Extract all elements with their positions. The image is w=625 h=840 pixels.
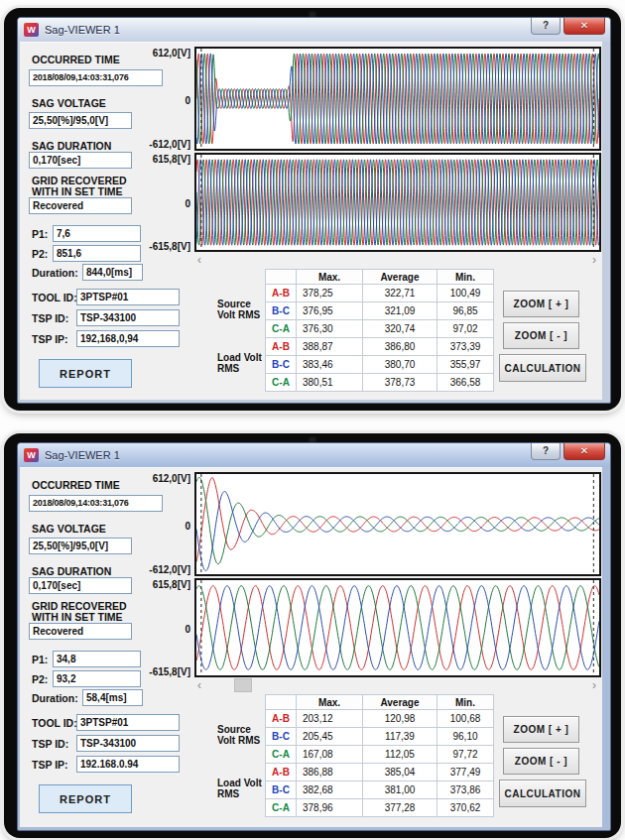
load-waveform-chart[interactable] (194, 578, 601, 677)
device-frame: W Sag-VIEWER 1 ? ✕ OCCURRED TIME 2018/08… (4, 433, 621, 838)
scroll-left-icon[interactable]: ‹ (197, 679, 201, 691)
occurred-time-label: OCCURRED TIME (32, 479, 120, 491)
sag-voltage-field[interactable]: 25,50[%]/95,0[V] (29, 112, 132, 129)
app-window: W Sag-VIEWER 1 ? ✕ OCCURRED TIME 2018/08… (17, 442, 611, 831)
source-axis-zero: 0 (133, 95, 190, 106)
sag-voltage-label: SAG VOLTAGE (32, 523, 106, 535)
table-row: C-A378,96377,28370,62 (266, 799, 494, 817)
p1-label: P1: (32, 228, 48, 240)
grid-recovered-field[interactable]: Recovered (29, 623, 132, 640)
sag-duration-label: SAG DURATION (32, 565, 111, 577)
col-max: Max. (297, 270, 363, 285)
tsp-ip-field[interactable]: 192,168,0,94 (76, 330, 180, 347)
tool-id-field[interactable]: 3PTSP#01 (76, 714, 180, 731)
p2-field[interactable]: 851,6 (53, 245, 141, 262)
source-group-label: Source Volt RMS (217, 724, 265, 746)
sag-voltage-field[interactable]: 25,50[%]/95,0[V] (29, 538, 132, 554)
device-frame: W Sag-VIEWER 1 ? ✕ OCCURRED TIME 2018/08… (4, 8, 621, 411)
table-header-row: Max. Average Min. (266, 270, 494, 285)
tool-id-label: TOOL ID: (32, 292, 77, 303)
report-button[interactable]: REPORT (39, 359, 132, 388)
tsp-ip-field[interactable]: 192.168.0.94 (76, 756, 180, 773)
table-row: B-C382,68381,00373,86 (266, 781, 494, 799)
zoom-out-button[interactable]: ZOOM [ - ] (503, 322, 579, 349)
calculation-button[interactable]: CALCULATION (499, 780, 586, 807)
load-axis-min: -615,8[V] (133, 241, 190, 252)
table-row: B-C205,45117,3996,10 (266, 728, 494, 746)
grid-recovered-label: GRID RECOVERED WITH IN SET TIME (32, 176, 147, 197)
duration-field[interactable]: 58,4[ms] (82, 689, 143, 706)
close-button[interactable]: ✕ (563, 18, 605, 35)
scroll-right-icon[interactable]: › (592, 254, 596, 266)
app-window: W Sag-VIEWER 1 ? ✕ OCCURRED TIME 2018/08… (17, 17, 611, 404)
zoom-in-button[interactable]: ZOOM [ + ] (503, 291, 579, 317)
p1-field[interactable]: 34,8 (53, 651, 141, 667)
client-area: OCCURRED TIME 2018/08/09,14:03:31,076 SA… (20, 42, 602, 400)
sag-duration-field[interactable]: 0,170[sec] (29, 577, 132, 594)
load-group-label: Load Volt RMS (217, 778, 265, 799)
sag-voltage-label: SAG VOLTAGE (32, 97, 106, 109)
p2-field[interactable]: 93,2 (53, 670, 141, 687)
help-button[interactable]: ? (531, 443, 561, 460)
scroll-left-icon[interactable]: ‹ (197, 254, 201, 266)
load-waveform-chart[interactable] (194, 153, 601, 252)
load-waveform-svg (196, 580, 599, 675)
calculation-button[interactable]: CALCULATION (499, 354, 586, 382)
sag-duration-field[interactable]: 0,170[sec] (29, 152, 132, 169)
duration-label: Duration: (32, 692, 78, 704)
source-axis-min: -612,0[V] (133, 139, 190, 150)
sag-duration-label: SAG DURATION (32, 140, 111, 152)
p2-label: P2: (32, 248, 48, 260)
table-row: C-A376,30320,7497,02 (266, 320, 494, 338)
duration-field[interactable]: 844,0[ms] (82, 264, 143, 281)
zoom-in-button[interactable]: ZOOM [ + ] (503, 716, 579, 743)
grid-recovered-label: GRID RECOVERED WITH IN SET TIME (32, 601, 147, 623)
tsp-id-label: TSP ID: (32, 738, 68, 750)
source-axis-zero: 0 (133, 521, 190, 532)
tool-id-field[interactable]: 3PTSP#01 (76, 289, 180, 305)
scrollbar-thumb[interactable] (234, 678, 252, 692)
app-logo-icon: W (24, 23, 39, 37)
source-waveform-svg (196, 474, 599, 574)
table-row: B-C383,46380,70355,97 (266, 356, 494, 374)
tsp-id-field[interactable]: TSP-343100 (76, 309, 180, 326)
source-waveform-chart[interactable] (194, 47, 601, 151)
window-title: Sag-VIEWER 1 (45, 24, 120, 36)
tsp-id-label: TSP ID: (32, 312, 68, 324)
load-axis-zero: 0 (133, 198, 190, 209)
duration-label: Duration: (32, 267, 78, 279)
tsp-id-field[interactable]: TSP-343100 (76, 735, 180, 752)
p2-label: P2: (32, 673, 48, 685)
table-row: A-B388,87386,80373,39 (266, 338, 494, 356)
source-axis-min: -612,0[V] (133, 564, 190, 575)
load-waveform-svg (196, 155, 599, 250)
client-area: OCCURRED TIME 2018/08/09,14:03:31,076 SA… (20, 467, 602, 827)
load-axis-max: 615,8[V] (133, 154, 190, 165)
p1-field[interactable]: 7,6 (53, 225, 141, 242)
window-titlebar[interactable]: W Sag-VIEWER 1 ? ✕ (18, 18, 610, 42)
zoom-out-button[interactable]: ZOOM [ - ] (503, 748, 579, 775)
source-waveform-chart[interactable] (194, 472, 601, 576)
window-title: Sag-VIEWER 1 (45, 449, 120, 461)
rms-table: Max. Average Min. A-B203,12120,98100,68 … (265, 694, 494, 817)
grid-recovered-field[interactable]: Recovered (29, 197, 132, 214)
rms-table: Max. Average Min. A-B378,25322,71100,49 … (265, 269, 494, 392)
help-button[interactable]: ? (531, 18, 561, 35)
occurred-time-field[interactable]: 2018/08/09,14:03:31,076 (29, 69, 163, 86)
load-axis-zero: 0 (133, 624, 190, 635)
window-titlebar[interactable]: W Sag-VIEWER 1 ? ✕ (18, 443, 610, 467)
col-average: Average (363, 695, 438, 710)
scroll-right-icon[interactable]: › (592, 679, 596, 691)
tsp-ip-label: TSP IP: (32, 333, 68, 345)
table-row: A-B378,25322,71100,49 (266, 285, 494, 302)
table-header-row: Max. Average Min. (266, 695, 494, 710)
occurred-time-label: OCCURRED TIME (32, 54, 120, 65)
source-axis-max: 612,0[V] (133, 473, 190, 484)
report-button[interactable]: REPORT (39, 784, 132, 813)
source-waveform-svg (196, 49, 599, 149)
load-group-label: Load Volt RMS (217, 352, 265, 374)
table-row: C-A167,08112,0597,72 (266, 746, 494, 764)
close-button[interactable]: ✕ (563, 443, 605, 460)
table-row: A-B203,12120,98100,68 (266, 710, 494, 728)
occurred-time-field[interactable]: 2018/08/09,14:03:31,076 (29, 495, 163, 512)
